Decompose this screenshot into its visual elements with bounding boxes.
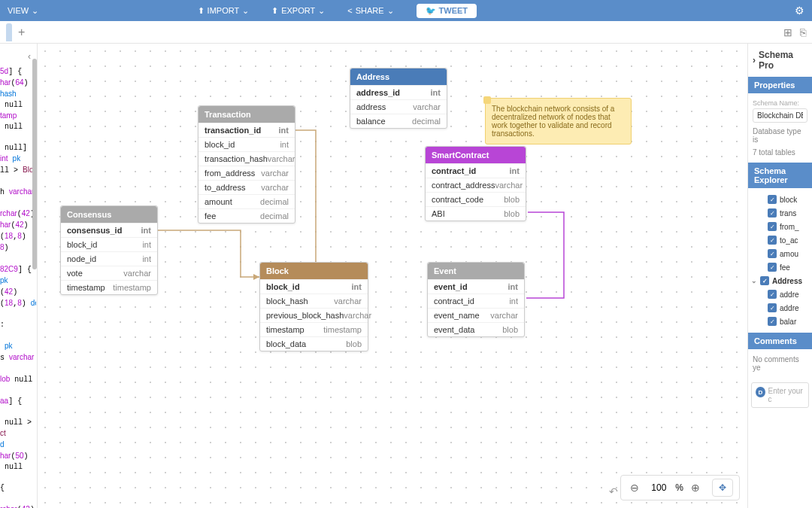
zoom-value: 100: [647, 482, 671, 493]
section-properties: Properties: [748, 77, 812, 93]
section-comments: Comments: [748, 333, 812, 349]
checkbox-icon[interactable]: ✓: [768, 195, 777, 204]
checkbox-icon[interactable]: ✓: [760, 276, 769, 285]
tree-label: addre: [780, 304, 799, 312]
top-toolbar: VIEW ⌄ ⬆ IMPORT ⌄ ⬆ EXPORT ⌄ <SHARE ⌄ 🐦 …: [0, 0, 812, 21]
share-button[interactable]: <SHARE ⌄: [347, 6, 393, 16]
checkbox-icon[interactable]: ✓: [768, 317, 777, 326]
tree-item[interactable]: ⌄✓Address: [751, 274, 809, 287]
new-table-icon[interactable]: ⎘: [800, 26, 806, 38]
table-transaction[interactable]: Transaction transaction_idint block_idin…: [198, 105, 295, 224]
tree-item[interactable]: ✓to_ac: [751, 233, 809, 247]
table-header[interactable]: Transaction: [198, 106, 295, 123]
view-menu[interactable]: VIEW ⌄: [8, 6, 38, 16]
tree-label: to_ac: [780, 236, 798, 245]
table-smartcontract[interactable]: SmartContract contract_idint contract_ad…: [425, 146, 526, 221]
chevron-down-icon: ⌄: [318, 6, 325, 16]
table-header[interactable]: Address: [350, 68, 447, 85]
checkbox-icon[interactable]: ✓: [768, 290, 777, 299]
tree-label: trans: [780, 209, 796, 217]
diagram-canvas[interactable]: Address address_idint addressvarchar bal…: [38, 44, 747, 508]
panel-title[interactable]: › Schema Pro: [748, 44, 812, 77]
checkbox-icon[interactable]: ✓: [768, 249, 777, 258]
chevron-down-icon: ⌄: [387, 6, 394, 16]
table-header[interactable]: Consensus: [61, 206, 157, 223]
table-consensus[interactable]: Consensus consensus_idint block_idint no…: [60, 205, 158, 295]
table-block[interactable]: Block block_idint block_hashvarchar prev…: [259, 262, 368, 351]
checkbox-icon[interactable]: ✓: [768, 222, 777, 231]
chevron-down-icon: ⌄: [32, 6, 38, 16]
checkbox-icon[interactable]: ✓: [768, 303, 777, 312]
avatar: D: [756, 387, 765, 397]
checkbox-icon[interactable]: ✓: [768, 263, 777, 272]
tree-item[interactable]: ✓addre: [751, 301, 809, 315]
tree-item[interactable]: ✓block: [751, 193, 809, 206]
chevron-right-icon: ›: [753, 55, 756, 65]
sticky-note[interactable]: The blockchain network consists of a dec…: [485, 98, 632, 144]
no-comments-text: No comments ye: [748, 349, 812, 378]
settings-icon[interactable]: ⚙: [795, 5, 804, 17]
fit-to-screen-button[interactable]: ✥: [712, 479, 733, 497]
active-tab[interactable]: [6, 23, 12, 41]
import-button[interactable]: ⬆ IMPORT ⌄: [198, 6, 250, 16]
share-icon: <: [347, 6, 352, 15]
tree-label: block: [780, 196, 797, 204]
grid-icon[interactable]: ⊞: [783, 26, 792, 38]
tree-label: balar: [780, 318, 796, 326]
tree-item[interactable]: ✓amou: [751, 247, 809, 260]
tree-item[interactable]: ✓from_: [751, 220, 809, 233]
schema-name-label: Schema Name:: [753, 99, 807, 107]
tree-item[interactable]: ✓fee: [751, 260, 809, 274]
tree-label: from_: [780, 223, 799, 231]
schema-name-input[interactable]: [753, 108, 807, 123]
table-header[interactable]: SmartContract: [426, 147, 526, 163]
code-scrollbar[interactable]: [32, 44, 37, 508]
checkbox-icon[interactable]: ✓: [768, 208, 777, 217]
db-type-text: Database type is: [753, 127, 807, 144]
table-count-text: 7 total tables: [753, 148, 807, 157]
collapse-left-icon[interactable]: ‹: [28, 51, 31, 62]
section-explorer: Schema Explorer: [748, 163, 812, 188]
table-event[interactable]: Event event_idint contract_idint event_n…: [427, 262, 525, 337]
undo-button[interactable]: ↶: [609, 485, 618, 497]
comment-placeholder: Enter your c: [768, 387, 804, 403]
chevron-down-icon[interactable]: ⌄: [751, 277, 757, 284]
table-address[interactable]: Address address_idint addressvarchar bal…: [350, 68, 447, 129]
tree-label: addre: [780, 291, 799, 299]
tree-item[interactable]: ✓trans: [751, 206, 809, 220]
tweet-button[interactable]: 🐦 TWEET: [417, 4, 477, 18]
tree-label: amou: [780, 250, 798, 258]
code-editor-pane: ‹ 5d] { har(64) hash null tamp null null…: [0, 44, 38, 508]
add-tab-button[interactable]: +: [12, 26, 31, 39]
tree-item[interactable]: ✓addre: [751, 287, 809, 301]
zoom-controls: ⊖ 100 % ⊕ ✥: [620, 475, 740, 500]
tree-label: fee: [780, 263, 790, 272]
table-header[interactable]: Block: [260, 263, 368, 279]
pin-icon: [483, 96, 491, 104]
tree-label: Address: [772, 277, 802, 285]
tree-item[interactable]: ✓balar: [751, 315, 809, 328]
table-header[interactable]: Event: [428, 263, 524, 279]
svg-marker-1: [253, 274, 259, 280]
download-icon: ⬆: [271, 6, 278, 16]
zoom-out-button[interactable]: ⊖: [627, 482, 642, 494]
zoom-in-button[interactable]: ⊕: [688, 482, 703, 494]
zoom-unit: %: [675, 482, 683, 493]
chevron-down-icon: ⌄: [242, 6, 249, 16]
schema-tree: ✓block✓trans✓from_✓to_ac✓amou✓fee ⌄✓Addr…: [748, 188, 812, 333]
export-button[interactable]: ⬆ EXPORT ⌄: [271, 6, 325, 16]
schema-properties-panel: › Schema Pro Properties Schema Name: Dat…: [747, 44, 812, 508]
checkbox-icon[interactable]: ✓: [768, 236, 777, 245]
sql-code[interactable]: 5d] { har(64) hash null tamp null null] …: [0, 66, 36, 508]
note-text: The blockchain network consists of a dec…: [492, 105, 614, 138]
comment-input[interactable]: D Enter your c: [751, 382, 809, 408]
upload-icon: ⬆: [198, 6, 205, 16]
twitter-icon: 🐦: [426, 6, 436, 16]
tab-bar: + ⊞ ⎘: [0, 21, 812, 44]
